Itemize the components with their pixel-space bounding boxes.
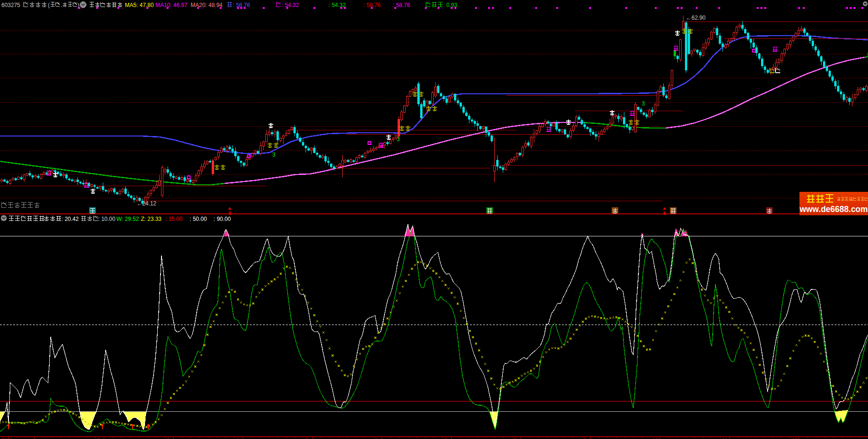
svg-text:11: 11 [722, 437, 727, 439]
svg-text:s: s [229, 210, 232, 216]
svg-text:8: 8 [514, 437, 516, 439]
svg-text:3: 3 [166, 437, 169, 439]
svg-text:MA10: 46.97: MA10: 46.97 [155, 2, 187, 8]
svg-text:www.de6688.com: www.de6688.com [799, 204, 868, 214]
svg-text:←24.12: ←24.12 [137, 200, 156, 207]
svg-text:9: 9 [583, 437, 586, 439]
svg-text:: 54.32: : 54.32 [329, 2, 346, 8]
svg-text:: 90.00: : 90.00 [214, 216, 231, 222]
svg-text:3: 3 [397, 136, 400, 143]
svg-text:MA5: 47.80: MA5: 47.80 [125, 2, 154, 8]
svg-text:12: 12 [791, 437, 797, 439]
svg-text:3: 3 [272, 151, 276, 158]
svg-text:W: 29.52: W: 29.52 [116, 216, 139, 222]
svg-text:s: s [663, 210, 667, 216]
svg-text:.: . [61, 2, 62, 8]
svg-text:5: 5 [305, 437, 308, 439]
svg-text:←62.90: ←62.90 [686, 15, 706, 21]
svg-text:MA20: 48.94: MA20: 48.94 [191, 2, 223, 8]
svg-text:: 10.00: : 10.00 [98, 216, 115, 222]
svg-text:: 50.00: : 50.00 [190, 216, 207, 222]
svg-text:6: 6 [375, 437, 377, 439]
svg-text:4: 4 [236, 437, 238, 439]
svg-text:7: 7 [444, 437, 447, 439]
svg-text:: 15.00: : 15.00 [165, 216, 183, 222]
svg-text:603275: 603275 [1, 2, 20, 8]
svg-text:: 20.42: : 20.42 [61, 216, 79, 222]
svg-text:(: ( [48, 2, 50, 8]
svg-text:3: 3 [642, 100, 645, 107]
svg-text:2: 2 [97, 437, 100, 439]
svg-text:Z: 23.33: Z: 23.33 [141, 216, 161, 222]
svg-text:2024: 2024 [1, 437, 12, 439]
svg-text:10: 10 [653, 437, 658, 439]
svg-text:: 54.32: : 54.32 [282, 2, 299, 8]
